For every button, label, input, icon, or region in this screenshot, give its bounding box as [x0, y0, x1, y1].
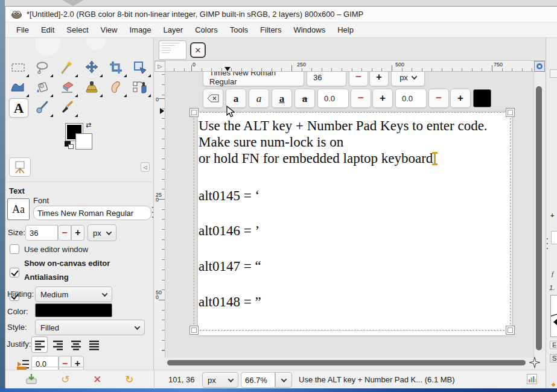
baseline-increase[interactable]: + — [372, 89, 393, 108]
smudge-tool[interactable] — [107, 79, 124, 96]
onscreen-size-decrease[interactable]: − — [349, 72, 368, 86]
default-colors-icon[interactable] — [65, 141, 74, 149]
horizontal-scrollbar[interactable] — [154, 358, 546, 367]
menu-colors[interactable]: Colors — [189, 24, 224, 36]
onscreen-font-field[interactable]: Times New Roman Regular — [203, 72, 304, 86]
kerning-increase[interactable]: + — [450, 89, 471, 108]
move-tool[interactable] — [83, 59, 100, 76]
menu-image[interactable]: Image — [123, 24, 157, 36]
panel-splitter-handle[interactable] — [151, 206, 154, 219]
chevron-down-icon — [228, 376, 234, 382]
chevron-down-icon — [135, 324, 141, 330]
ruler-corner-button[interactable]: ▷ — [154, 61, 165, 72]
reset-tool-icon[interactable]: ↻ — [125, 375, 133, 385]
save-preset-icon[interactable] — [25, 373, 37, 386]
delete-preset-icon[interactable]: ✕ — [93, 375, 101, 385]
text-tool[interactable]: A — [9, 98, 28, 118]
chevron-down-icon — [106, 229, 112, 235]
clear-formatting-button[interactable] — [203, 89, 223, 108]
justify-center-button[interactable] — [68, 337, 84, 353]
kerning-decrease[interactable]: − — [428, 89, 449, 108]
style-dropdown[interactable]: Filled — [35, 320, 145, 335]
menu-layer[interactable]: Layer — [158, 24, 189, 36]
restore-preset-icon[interactable]: ↺ — [61, 375, 69, 385]
image-tab-strip: ✕ — [154, 38, 546, 61]
vertical-ruler[interactable]: 0 250 500 — [154, 72, 165, 358]
baseline-decrease[interactable]: − — [351, 89, 371, 108]
horizontal-ruler[interactable]: 0 250 500 750 — [165, 61, 533, 72]
onscreen-text-color-swatch[interactable] — [473, 89, 491, 107]
canvas-viewport[interactable]: Use the ALT key + Number Pad Keys to ent… — [166, 72, 533, 358]
italic-button[interactable]: a — [249, 89, 269, 108]
font-preview-box[interactable]: Aa — [7, 198, 30, 220]
size-increase-button[interactable]: + — [71, 225, 84, 241]
onscreen-unit-dropdown[interactable]: px — [391, 72, 425, 86]
zoom-dropdown-button[interactable] — [275, 372, 292, 388]
status-message: Use the ALT key + Number Pad K... (6.1 M… — [299, 375, 455, 384]
warp-transform-tool[interactable] — [10, 79, 27, 96]
bold-button[interactable]: a — [226, 89, 246, 108]
navigation-icon[interactable] — [529, 356, 541, 370]
justify-left-button[interactable] — [31, 337, 48, 353]
kerning-field[interactable]: 0.0 — [395, 89, 427, 108]
cursor-position: 101, 36 — [168, 375, 194, 384]
ruler-tick-label: 0 — [156, 97, 162, 102]
show-on-canvas-checkbox[interactable] — [10, 268, 19, 277]
justify-right-button[interactable] — [49, 337, 66, 353]
vertical-scrollbar-thumb[interactable] — [536, 86, 542, 350]
background-color-swatch[interactable] — [75, 133, 92, 150]
clear-format-icon — [207, 94, 219, 103]
hinting-dropdown[interactable]: Medium — [35, 286, 112, 302]
fuzzy-select-tool[interactable] — [59, 59, 75, 76]
menu-help[interactable]: Help — [331, 24, 360, 36]
dock-splitter-handle[interactable] — [546, 237, 549, 250]
right-dock-strip: + f 1. E S — [546, 38, 557, 388]
justify-fill-button[interactable] — [86, 337, 102, 353]
image-tab[interactable] — [159, 40, 186, 60]
onscreen-size-field[interactable]: 36 — [307, 72, 346, 86]
font-name-field[interactable]: Times New Roman Regular — [33, 206, 151, 220]
underline-button[interactable]: a — [272, 89, 292, 108]
vertical-scrollbar[interactable] — [533, 72, 543, 358]
eraser-tool[interactable] — [59, 79, 75, 96]
rectangle-select-tool[interactable] — [10, 59, 27, 76]
menu-tools[interactable]: Tools — [224, 24, 254, 36]
menu-filters[interactable]: Filters — [254, 24, 287, 36]
background-shape — [62, 0, 84, 6]
zoom-follow-window-toggle[interactable] — [534, 61, 545, 72]
status-unit-dropdown[interactable]: px — [202, 372, 238, 388]
clone-tool[interactable] — [83, 79, 100, 96]
text-box-handle-bottom-right[interactable] — [506, 326, 515, 335]
onscreen-size-increase[interactable]: + — [369, 72, 389, 86]
use-editor-window-checkbox[interactable] — [10, 244, 19, 254]
strikethrough-button[interactable]: a — [294, 89, 315, 108]
size-field[interactable]: 36 — [25, 225, 58, 241]
menu-view[interactable]: View — [95, 24, 124, 36]
text-color-swatch[interactable] — [35, 303, 112, 317]
menu-edit[interactable]: Edit — [35, 24, 60, 36]
unified-transform-tool[interactable] — [132, 59, 148, 76]
color-picker-tool[interactable] — [34, 99, 51, 116]
text-box-handle-top-right[interactable] — [506, 108, 515, 117]
baseline-field[interactable]: 0.0 — [317, 89, 349, 108]
horizontal-scrollbar-thumb[interactable] — [167, 360, 526, 365]
paintbrush-tool[interactable] — [59, 99, 75, 116]
paths-tool[interactable] — [132, 79, 148, 96]
zoom-level-field[interactable]: 66.7% — [241, 372, 275, 388]
size-unit-dropdown[interactable]: px — [88, 224, 116, 241]
menu-select[interactable]: Select — [60, 24, 94, 36]
free-select-tool[interactable] — [34, 59, 51, 76]
image-thumbnail-easel[interactable] — [9, 157, 31, 177]
size-decrease-button[interactable]: − — [58, 225, 71, 241]
bucket-fill-tool[interactable] — [34, 79, 51, 96]
swap-colors-icon[interactable]: ⇄ — [86, 122, 91, 128]
close-view-icon[interactable]: ✕ — [190, 42, 206, 58]
text-box-handle-bottom-left[interactable] — [189, 326, 199, 335]
text-box-handle-top-left[interactable] — [189, 108, 199, 117]
crop-tool[interactable] — [107, 59, 124, 76]
menu-file[interactable]: File — [10, 24, 35, 36]
image-metadata-icon[interactable] — [527, 374, 537, 386]
menu-windows[interactable]: Windows — [287, 24, 331, 36]
title-bar[interactable]: *[Untitled]-2.0 (RGB color 8-bit non-lin… — [5, 7, 557, 22]
panel-collapse-button[interactable]: ◁ — [141, 162, 150, 172]
